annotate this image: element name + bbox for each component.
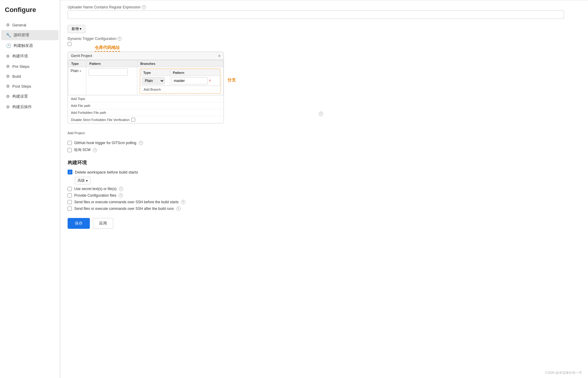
gear-icon-3: ⚙ xyxy=(6,64,10,69)
send-after-checkbox[interactable] xyxy=(68,207,72,211)
dynamic-trigger-help-icon[interactable]: ? xyxy=(117,37,122,41)
disable-strict-row: Disable Strict Forbidden File Verificati… xyxy=(68,116,224,123)
pattern-input[interactable] xyxy=(89,68,128,76)
config-files-help-icon[interactable]: ? xyxy=(119,193,123,198)
uploader-label: Uploader Name Contains Regular Expressio… xyxy=(68,5,564,9)
send-after-help-icon[interactable]: ? xyxy=(176,207,181,211)
uploader-help-icon[interactable]: ? xyxy=(142,5,146,9)
github-hook-help-icon[interactable]: ? xyxy=(139,141,143,145)
clock-icon: 🕐 xyxy=(6,43,11,48)
github-hook-row: GitHub hook trigger for GITScm polling ? xyxy=(68,141,564,145)
level-select[interactable]: 高级 ▾ xyxy=(75,177,90,184)
gerrit-branches-cell: Type Pattern xyxy=(137,67,223,95)
sidebar-label-build-env: 构建环境 xyxy=(12,53,28,59)
add-project-link[interactable]: Add Project xyxy=(68,130,85,136)
github-hook-label: GitHub hook trigger for GITScm polling xyxy=(74,141,136,145)
sidebar-item-poststeps[interactable]: ⚙ Post Steps xyxy=(1,81,59,91)
page-title: Configure xyxy=(0,6,60,20)
bottom-bar: 保存 应用 xyxy=(68,213,564,234)
send-before-checkbox[interactable] xyxy=(68,200,72,204)
disable-strict-checkbox[interactable] xyxy=(131,118,135,122)
delete-workspace-row: ✓ Delete workspace before build starts xyxy=(68,170,564,174)
gerrit-panel: Gerrit Project × Type Pattern Branches xyxy=(68,52,224,123)
add-branch-link[interactable]: Add Branch xyxy=(141,86,220,93)
secret-text-help-icon[interactable]: ? xyxy=(119,187,123,191)
col-type: Type xyxy=(68,60,86,67)
gear-icon: ⚙ xyxy=(6,23,10,27)
wrench-icon: 🔧 xyxy=(6,33,11,38)
branch-type-cell: Plain ANT REG_EXP xyxy=(141,76,170,86)
gear-icon-4: ⚙ xyxy=(6,74,10,79)
sidebar-label-settings: 构建设置 xyxy=(12,94,28,99)
uploader-section: Uploader Name Contains Regular Expressio… xyxy=(68,5,564,19)
scm-poll-row: 轮询 SCM ? xyxy=(68,147,564,153)
config-files-label: Provide Configuration files xyxy=(74,193,116,198)
gerrit-type-cell: Plain ▾ xyxy=(68,67,86,95)
secret-text-label: Use secret text(s) or file(s) xyxy=(74,187,117,191)
gerrit-help-icon[interactable]: ? xyxy=(319,112,323,116)
sidebar-item-postbuild[interactable]: ⚙ 构建后操作 xyxy=(1,102,59,112)
sidebar-label-trigger: 构建触发器 xyxy=(14,43,33,48)
build-env-title: 构建环境 xyxy=(68,160,564,166)
uploader-input[interactable] xyxy=(68,11,564,19)
sidebar-label-general: General xyxy=(12,23,26,27)
sidebar-item-build[interactable]: ⚙ Build xyxy=(1,71,59,81)
branch-container: Type Pattern xyxy=(140,68,221,94)
sidebar-label-postbuild: 构建后操作 xyxy=(12,104,32,110)
scm-poll-help-icon[interactable]: ? xyxy=(93,148,97,152)
gerrit-title: Gerrit Project xyxy=(71,54,92,58)
col-pattern: Pattern xyxy=(86,60,137,67)
sidebar-label-poststeps: Post Steps xyxy=(12,84,31,89)
scm-poll-checkbox[interactable] xyxy=(68,148,72,152)
github-hook-checkbox[interactable] xyxy=(68,141,72,145)
annotation-fenzhi: 分支 xyxy=(227,77,236,83)
delete-workspace-label: Delete workspace before build starts xyxy=(75,170,138,174)
secret-text-row: Use secret text(s) or file(s) ? xyxy=(68,187,564,191)
delete-workspace-checkbox[interactable]: ✓ xyxy=(68,170,72,174)
sidebar-label-build: Build xyxy=(12,74,21,79)
branch-pattern-cell: × xyxy=(170,76,220,86)
config-files-row: Provide Configuration files ? xyxy=(68,193,564,198)
send-before-label: Send files or execute commands over SSH … xyxy=(74,200,179,204)
gerrit-pattern-cell xyxy=(86,67,137,95)
gerrit-close-button[interactable]: × xyxy=(218,54,221,58)
gerrit-header: Gerrit Project × xyxy=(68,52,224,60)
add-forbidden-link[interactable]: Add Forbidden File path xyxy=(68,109,224,116)
send-before-row: Send files or execute commands over SSH … xyxy=(68,200,564,204)
col-branches: Branches xyxy=(137,60,223,67)
branch-row: Plain ANT REG_EXP xyxy=(141,76,220,86)
gear-icon-5: ⚙ xyxy=(6,84,10,89)
sidebar-item-settings[interactable]: ⚙ 构建设置 xyxy=(1,91,59,101)
main-content: Uploader Name Contains Regular Expressio… xyxy=(60,0,588,378)
sidebar-label-source: 源码管理 xyxy=(14,32,29,38)
dynamic-trigger-section: Dynamic Trigger Configuration ? xyxy=(68,37,564,47)
sidebar-item-source[interactable]: 🔧 源码管理 xyxy=(1,30,59,40)
dynamic-trigger-label: Dynamic Trigger Configuration ? xyxy=(68,37,564,41)
send-after-row: Send files or execute commands over SSH … xyxy=(68,207,564,211)
gerrit-table: Type Pattern Branches Plain ▾ xyxy=(68,60,224,95)
gear-icon-6: ⚙ xyxy=(6,94,10,99)
gear-icon-2: ⚙ xyxy=(6,54,10,59)
config-files-checkbox[interactable] xyxy=(68,193,72,198)
sidebar-item-trigger[interactable]: 🕐 构建触发器 xyxy=(1,41,59,51)
branch-subtable: Type Pattern xyxy=(141,69,220,86)
dynamic-trigger-checkbox[interactable] xyxy=(68,42,72,46)
apply-button[interactable]: 应用 xyxy=(93,218,113,229)
add-file-path-link[interactable]: Add File path xyxy=(68,102,224,109)
branch-pattern-input[interactable] xyxy=(172,77,208,84)
new-button[interactable]: 新增 ▾ xyxy=(68,25,85,33)
branch-type-select[interactable]: Plain ANT REG_EXP xyxy=(142,77,165,84)
sidebar: Configure ⚙ General 🔧 源码管理 🕐 构建触发器 ⚙ 构建环… xyxy=(0,0,60,378)
save-button[interactable]: 保存 xyxy=(68,218,90,229)
branch-close-button[interactable]: × xyxy=(209,78,211,83)
type-value: Plain xyxy=(71,69,79,73)
add-topic-link[interactable]: Add Topic xyxy=(68,95,224,102)
secret-text-checkbox[interactable] xyxy=(68,187,72,191)
scm-poll-label: 轮询 SCM xyxy=(74,147,90,153)
sidebar-label-presteps: Pre Steps xyxy=(12,64,29,69)
sidebar-item-build-env[interactable]: ⚙ 构建环境 xyxy=(1,51,59,61)
sidebar-item-presteps[interactable]: ⚙ Pre Steps xyxy=(1,62,59,71)
footer: CSDN @冰淇淋分你一半 xyxy=(545,370,582,375)
sidebar-item-general[interactable]: ⚙ General xyxy=(1,20,59,30)
send-before-help-icon[interactable]: ? xyxy=(181,200,185,204)
